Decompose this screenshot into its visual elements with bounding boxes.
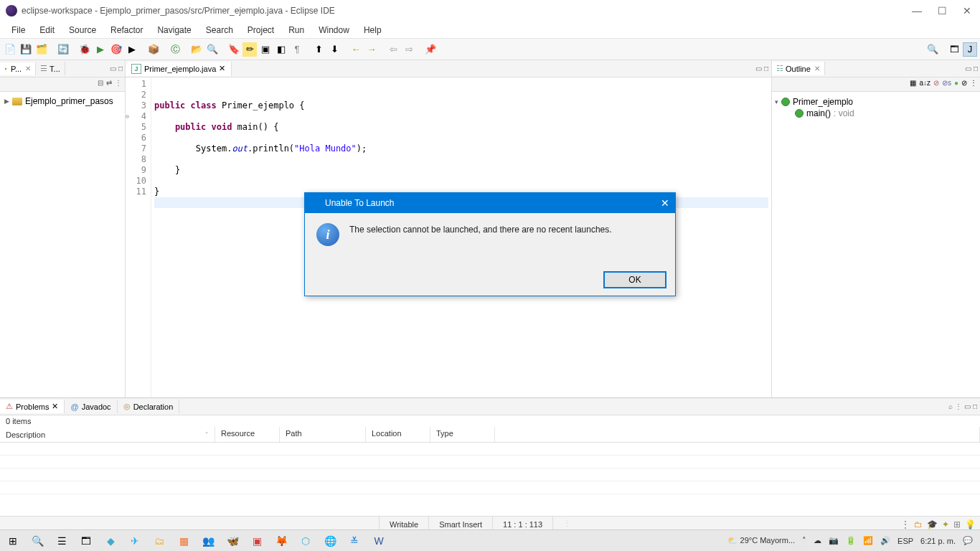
samples-icon[interactable]: 🗀 bbox=[914, 519, 923, 529]
notifications-icon[interactable]: 💬 bbox=[963, 536, 973, 545]
firefox-icon[interactable]: 🦊 bbox=[271, 532, 291, 550]
maximize-view-icon[interactable]: □ bbox=[974, 65, 978, 72]
package-explorer-tab[interactable]: 🞍P...✕ bbox=[0, 62, 36, 75]
lightbulb-icon[interactable]: 💡 bbox=[965, 519, 976, 529]
close-icon[interactable]: ✕ bbox=[814, 65, 820, 72]
word-icon[interactable]: W bbox=[369, 532, 389, 550]
save-all-icon[interactable]: 🗂️ bbox=[34, 42, 49, 57]
chrome-icon[interactable]: 🌐 bbox=[320, 532, 340, 550]
minimize-view-icon[interactable]: ▭ bbox=[965, 65, 971, 72]
hide-static-icon[interactable]: ⊘s bbox=[942, 79, 951, 90]
coverage-icon[interactable]: 🎯 bbox=[109, 42, 123, 57]
tutorials-icon[interactable]: 🎓 bbox=[927, 519, 938, 529]
save-icon[interactable]: 💾 bbox=[19, 42, 33, 57]
maximize-view-icon[interactable]: □ bbox=[973, 402, 977, 410]
ok-button[interactable]: OK bbox=[603, 271, 666, 288]
eclipse-taskbar-icon[interactable] bbox=[393, 532, 413, 550]
search-icon2[interactable]: 🔍 bbox=[205, 42, 220, 57]
new-class-icon[interactable]: Ⓒ bbox=[168, 42, 182, 57]
hide-fields-icon[interactable]: ⊘ bbox=[933, 79, 939, 90]
tray-chevron-icon[interactable]: ˄ bbox=[802, 536, 806, 545]
weather-widget[interactable]: ⛅ 29°C Mayorm... bbox=[727, 536, 795, 545]
editor-tab[interactable]: J Primer_ejemplo.java ✕ bbox=[126, 62, 232, 76]
app-icon[interactable]: ◆ bbox=[100, 532, 121, 550]
maximize-button[interactable]: ☐ bbox=[938, 5, 947, 17]
pilcrow-icon[interactable]: ¶ bbox=[290, 42, 304, 57]
dialog-close-button[interactable]: ✕ bbox=[661, 197, 669, 209]
minimize-view-icon[interactable]: ▭ bbox=[755, 65, 762, 72]
maximize-view-icon[interactable]: □ bbox=[764, 65, 768, 72]
hide-nonpublic-icon[interactable]: ● bbox=[954, 79, 958, 90]
language-indicator[interactable]: ESP bbox=[897, 537, 913, 545]
forward-icon[interactable]: → bbox=[364, 42, 379, 57]
hide-local-icon[interactable]: ⊘ bbox=[961, 79, 967, 90]
open-type-icon[interactable]: 📂 bbox=[189, 42, 204, 57]
menu-edit[interactable]: Edit bbox=[32, 23, 62, 37]
toggle-mark-icon[interactable]: 🔖 bbox=[227, 42, 241, 57]
new-package-icon[interactable]: 📦 bbox=[146, 42, 161, 57]
back-icon[interactable]: ← bbox=[349, 42, 363, 57]
whatsnew-icon[interactable]: ✦ bbox=[942, 519, 949, 529]
app-icon[interactable]: ⬡ bbox=[296, 532, 316, 550]
close-icon[interactable]: ✕ bbox=[219, 64, 225, 73]
nav-back-icon[interactable]: ⇦ bbox=[386, 42, 400, 57]
close-button[interactable]: ✕ bbox=[963, 5, 971, 17]
minimize-view-icon[interactable]: ▭ bbox=[110, 65, 116, 72]
nav-forward-icon[interactable]: ⇨ bbox=[402, 42, 416, 57]
project-tree-item[interactable]: ▶ Ejemplo_primer_pasos bbox=[4, 95, 121, 108]
link-editor-icon[interactable]: ⇄ bbox=[106, 79, 112, 90]
pin-icon[interactable]: 📌 bbox=[423, 42, 438, 57]
problems-table-header[interactable]: Description˄ Resource Path Location Type bbox=[0, 427, 980, 443]
annotation-prev-icon[interactable]: ⬆ bbox=[311, 42, 326, 57]
explorer-icon[interactable]: 🗂 bbox=[149, 532, 169, 550]
menu-refactor[interactable]: Refactor bbox=[103, 23, 150, 37]
wifi-icon[interactable]: 📶 bbox=[863, 536, 873, 545]
focus-icon[interactable]: ▦ bbox=[910, 79, 916, 90]
eclipse-taskbar-icon[interactable] bbox=[418, 532, 438, 550]
switch-editor-icon[interactable]: 🔄 bbox=[56, 42, 70, 57]
overview-icon[interactable]: ⊞ bbox=[953, 519, 961, 529]
view-menu-icon[interactable]: ⋮ bbox=[955, 402, 962, 410]
minimize-view-icon[interactable]: ▭ bbox=[964, 402, 971, 410]
close-icon[interactable]: ✕ bbox=[25, 65, 31, 72]
app-icon[interactable]: ▣ bbox=[247, 532, 267, 550]
task-list-tab[interactable]: ☰T... bbox=[36, 62, 65, 75]
maximize-view-icon[interactable]: □ bbox=[118, 65, 123, 72]
menu-search[interactable]: Search bbox=[199, 23, 240, 37]
telegram-icon[interactable]: ✈ bbox=[125, 532, 145, 550]
app-icon[interactable]: 🦋 bbox=[222, 532, 242, 550]
menu-help[interactable]: Help bbox=[357, 23, 389, 37]
run-icon[interactable]: ▶ bbox=[93, 42, 108, 57]
java-perspective-icon[interactable]: J bbox=[963, 42, 977, 57]
menu-window[interactable]: Window bbox=[311, 23, 357, 37]
collapse-all-icon[interactable]: ⊟ bbox=[98, 79, 103, 90]
toggle-whitespace-icon[interactable]: ◧ bbox=[274, 42, 288, 57]
app-icon[interactable]: 🗔 bbox=[76, 532, 96, 550]
meet-now-icon[interactable]: 📷 bbox=[829, 536, 839, 545]
search-taskbar-icon[interactable]: 🔍 bbox=[27, 532, 47, 550]
outline-class-item[interactable]: ▾ Primer_ejemplo bbox=[775, 96, 977, 108]
menu-project[interactable]: Project bbox=[240, 23, 281, 37]
teams-icon[interactable]: 👥 bbox=[198, 532, 218, 550]
declaration-tab[interactable]: ◎Declaration bbox=[118, 400, 180, 413]
volume-icon[interactable]: 🔊 bbox=[880, 536, 890, 545]
annotation-next-icon[interactable]: ⬇ bbox=[327, 42, 341, 57]
filter-icon[interactable]: ⌕ bbox=[948, 402, 953, 410]
onedrive-icon[interactable]: ☁ bbox=[814, 536, 821, 545]
debug-icon[interactable]: 🐞 bbox=[77, 42, 92, 57]
new-icon[interactable]: 📄 bbox=[3, 42, 17, 57]
problems-tab[interactable]: ⚠Problems✕ bbox=[0, 400, 65, 413]
clock[interactable]: 6:21 p. m. bbox=[920, 537, 956, 545]
start-button[interactable]: ⊞ bbox=[3, 532, 23, 550]
view-menu-icon[interactable]: ⋮ bbox=[970, 79, 977, 90]
vscode-icon[interactable]: ≚ bbox=[344, 532, 364, 550]
javadoc-tab[interactable]: @Javadoc bbox=[65, 400, 117, 413]
close-icon[interactable]: ✕ bbox=[52, 402, 58, 411]
menu-navigate[interactable]: Navigate bbox=[150, 23, 198, 37]
task-view-icon[interactable]: ☰ bbox=[52, 532, 72, 550]
battery-icon[interactable]: 🔋 bbox=[846, 536, 856, 545]
menu-source[interactable]: Source bbox=[62, 23, 103, 37]
toggle-block-icon[interactable]: ▣ bbox=[258, 42, 273, 57]
open-perspective-icon[interactable]: 🗔 bbox=[947, 42, 961, 57]
dialog-titlebar[interactable]: Unable To Launch ✕ bbox=[305, 193, 675, 213]
